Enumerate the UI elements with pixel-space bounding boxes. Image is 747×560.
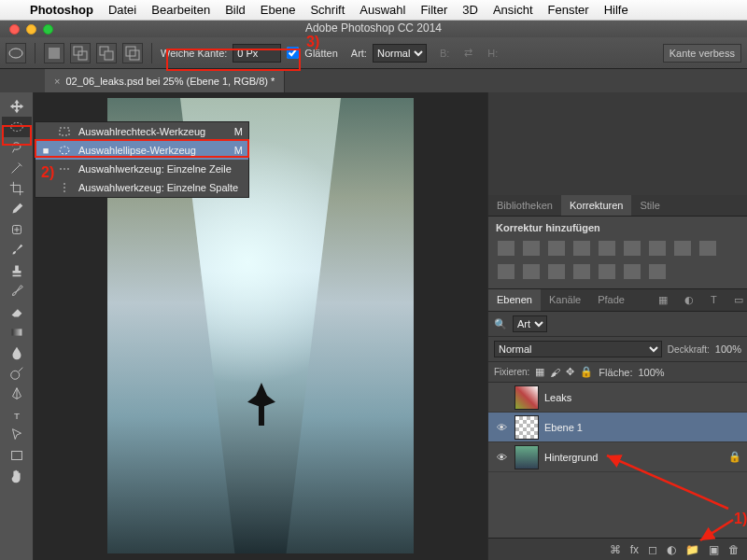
minimize-window-icon[interactable] [26, 24, 36, 35]
tool-preset-icon[interactable] [6, 43, 26, 63]
menu-bearbeiten[interactable]: Bearbeiten [144, 3, 218, 17]
menu-filter[interactable]: Filter [413, 3, 455, 17]
elliptical-marquee-item[interactable]: ■ Auswahlellipse-Werkzeug M [35, 141, 248, 160]
adjustment-layer-icon[interactable]: ◐ [667, 543, 676, 556]
path-select-tool[interactable] [2, 425, 32, 445]
marquee-tool[interactable] [2, 117, 32, 137]
stamp-tool[interactable] [2, 260, 32, 281]
menu-schrift[interactable]: Schrift [303, 3, 352, 17]
menu-auswahl[interactable]: Auswahl [352, 3, 413, 17]
eraser-tool[interactable] [2, 301, 32, 322]
brush-tool[interactable] [2, 240, 32, 260]
link-layers-icon[interactable]: ⌘ [610, 543, 621, 556]
document-tab[interactable]: × 02_06_leaks.psd bei 25% (Ebene 1, RGB/… [45, 69, 285, 93]
filter-adjust-icon[interactable]: ◐ [676, 289, 702, 311]
layer-name[interactable]: Hintergrund [544, 452, 598, 463]
refine-edge-button[interactable]: Kante verbess [663, 44, 741, 63]
feather-input[interactable] [233, 44, 281, 63]
type-tool[interactable]: T [2, 404, 32, 425]
colorlookup-icon[interactable] [523, 264, 540, 279]
visibility-icon[interactable]: 👁 [494, 422, 509, 433]
layer-name[interactable]: Ebene 1 [544, 422, 583, 433]
posterize-icon[interactable] [573, 264, 590, 279]
fill-value[interactable]: 100% [638, 367, 664, 378]
colorbalance-icon[interactable] [649, 241, 666, 256]
layer-thumbnail[interactable] [514, 385, 539, 410]
mac-menubar[interactable]: Photoshop Datei Bearbeiten Bild Ebene Sc… [0, 0, 747, 21]
opacity-value[interactable]: 100% [715, 343, 741, 355]
gradient-tool[interactable] [2, 322, 32, 343]
shape-tool[interactable] [2, 445, 32, 466]
threshold-icon[interactable] [599, 264, 615, 279]
single-row-marquee-item[interactable]: Auswahlwerkzeug: Einzelne Zeile [35, 160, 248, 178]
gradientmap-icon[interactable] [624, 264, 641, 279]
menu-datei[interactable]: Datei [101, 3, 144, 17]
bw-icon[interactable] [674, 241, 691, 256]
tab-ebenen[interactable]: Ebenen [488, 289, 541, 311]
lock-position-icon[interactable]: ✥ [566, 366, 574, 378]
channelmixer-icon[interactable] [498, 264, 514, 279]
vibrance-icon[interactable] [599, 241, 615, 256]
menu-bild[interactable]: Bild [218, 3, 253, 17]
move-tool[interactable] [2, 96, 32, 117]
style-select[interactable]: Normal [373, 44, 427, 63]
brightness-icon[interactable] [498, 241, 514, 256]
menu-hilfe[interactable]: Hilfe [597, 3, 636, 17]
wand-tool[interactable] [2, 158, 32, 178]
filter-type-icon[interactable]: T [702, 289, 726, 311]
layer-thumbnail[interactable] [514, 445, 539, 469]
menu-3d[interactable]: 3D [455, 3, 486, 17]
layer-row[interactable]: Leaks [488, 383, 747, 413]
layer-row[interactable]: 👁 Hintergrund 🔒 [488, 442, 747, 472]
menu-ebene[interactable]: Ebene [253, 3, 303, 17]
antialias-checkbox[interactable] [287, 47, 299, 59]
visibility-icon[interactable]: 👁 [494, 452, 509, 463]
rectangular-marquee-item[interactable]: Auswahlrechteck-Werkzeug M [35, 122, 248, 141]
tab-pfade[interactable]: Pfade [589, 289, 633, 311]
blend-mode-select[interactable]: Normal [494, 341, 662, 357]
lock-pixels-icon[interactable]: 🖌 [550, 367, 560, 378]
layer-name[interactable]: Leaks [544, 392, 571, 403]
selection-subtract-icon[interactable] [96, 43, 117, 63]
lasso-tool[interactable] [2, 137, 32, 158]
close-window-icon[interactable] [9, 24, 20, 35]
layer-row[interactable]: 👁 Ebene 1 [488, 413, 747, 442]
heal-tool[interactable] [2, 219, 32, 240]
lock-transparent-icon[interactable]: ▦ [535, 366, 544, 378]
new-layer-icon[interactable]: ▣ [709, 543, 719, 556]
pen-tool[interactable] [2, 384, 32, 404]
photofilter-icon[interactable] [699, 241, 716, 256]
hue-icon[interactable] [624, 241, 641, 256]
menu-fenster[interactable]: Fenster [541, 3, 597, 17]
curves-icon[interactable] [548, 241, 565, 256]
selection-add-icon[interactable] [70, 43, 91, 63]
levels-icon[interactable] [523, 241, 540, 256]
menu-ansicht[interactable]: Ansicht [486, 3, 541, 17]
tab-stile[interactable]: Stile [631, 195, 668, 216]
dodge-tool[interactable] [2, 363, 32, 384]
layer-mask-icon[interactable]: ◻ [648, 543, 657, 556]
layer-group-icon[interactable]: 📁 [685, 543, 699, 556]
selection-intersect-icon[interactable] [122, 43, 143, 63]
selectivecolor-icon[interactable] [649, 264, 666, 279]
crop-tool[interactable] [2, 178, 32, 199]
filter-shape-icon[interactable]: ▭ [726, 289, 747, 311]
blur-tool[interactable] [2, 343, 32, 363]
zoom-window-icon[interactable] [43, 24, 53, 35]
invert-icon[interactable] [548, 264, 565, 279]
close-tab-icon[interactable]: × [54, 76, 60, 87]
exposure-icon[interactable] [573, 241, 590, 256]
eyedropper-tool[interactable] [2, 199, 32, 219]
filter-pixel-icon[interactable]: ▦ [650, 289, 676, 311]
layer-thumbnail[interactable] [514, 415, 539, 440]
layer-filter-select[interactable]: Art [513, 315, 547, 332]
lock-all-icon[interactable]: 🔒 [580, 366, 593, 378]
menu-photoshop[interactable]: Photoshop [22, 3, 101, 17]
layer-style-icon[interactable]: fx [630, 543, 639, 556]
delete-layer-icon[interactable]: 🗑 [728, 543, 740, 556]
tab-kanaele[interactable]: Kanäle [541, 289, 589, 311]
single-column-marquee-item[interactable]: Auswahlwerkzeug: Einzelne Spalte [35, 178, 248, 197]
history-brush-tool[interactable] [2, 281, 32, 301]
selection-new-icon[interactable] [44, 43, 64, 63]
tab-bibliotheken[interactable]: Bibliotheken [488, 195, 561, 216]
